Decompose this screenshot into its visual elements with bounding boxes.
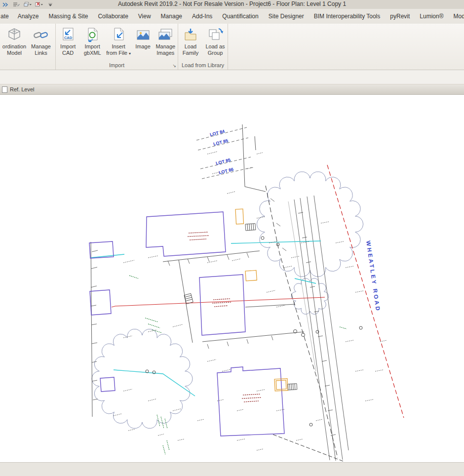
status-bar (0, 462, 464, 476)
panel-load-library-label: Load from Library (178, 61, 228, 70)
window-title: Autodesk Revit 2019.2 - Not For Resale V… (0, 0, 464, 7)
panel-import-label: Import ↘ (56, 61, 178, 70)
title-bar: Autodesk Revit 2019.2 - Not For Resale V… (0, 0, 464, 9)
manage-links-button[interactable]: Manage Links (28, 26, 54, 57)
manage-links-icon (33, 27, 49, 43)
survey-lines (91, 124, 304, 417)
load-as-group-icon (207, 27, 224, 43)
tab-view[interactable]: View (133, 9, 156, 24)
options-bar (0, 70, 464, 84)
view-tab-label: Ref. Level (10, 86, 35, 92)
stair-hatch-blocks (184, 224, 297, 390)
manage-images-button[interactable]: Manage Images (154, 26, 178, 57)
tab-analyze[interactable]: Analyze (13, 9, 44, 24)
utility-cyan-lines (90, 241, 321, 396)
lot-85b-label: LOT 85 (215, 158, 231, 166)
import-cad-button[interactable]: CAD Import CAD (56, 26, 80, 57)
import-gbxml-icon (84, 27, 101, 43)
panel-link-label (0, 61, 55, 70)
close-hidden-windows-icon[interactable] (35, 1, 43, 8)
image-icon (135, 27, 152, 43)
manage-images-icon (157, 27, 174, 43)
tab-bim-interoperability[interactable]: BIM Interoperability Tools (309, 9, 386, 24)
import-cad-icon: CAD (60, 27, 77, 43)
insert-from-file-button[interactable]: Insert from File ▾ (105, 26, 133, 57)
tab-quantification[interactable]: Quantification (217, 9, 263, 24)
building-footprints (89, 212, 284, 436)
panel-load-library: Load Family Load as Group Load from Libr… (178, 24, 228, 70)
load-family-icon (182, 27, 199, 43)
panel-link: ordination Model Manage Links (0, 24, 56, 70)
image-button[interactable]: Image (132, 26, 153, 50)
svg-text:CAD: CAD (64, 36, 73, 40)
site-plan-svg: LOT 84 LOT 85 LOT 85 LOT 86 WHEATLEY ROA… (0, 95, 464, 462)
revit-window: Autodesk Revit 2019.2 - Not For Resale V… (0, 0, 464, 476)
coordination-model-button[interactable]: ordination Model (1, 26, 28, 57)
insert-from-file-caret-icon[interactable]: ▾ (129, 51, 131, 56)
import-dialog-launcher-icon[interactable]: ↘ (172, 62, 176, 70)
tree-canopy-outlines (92, 172, 363, 429)
lot-86-label: LOT 86 (218, 167, 234, 175)
import-gbxml-button[interactable]: Import gbXML (80, 26, 104, 57)
wheatley-road-label: WHEATLEY ROAD (365, 240, 381, 313)
double-chevron-icon[interactable] (1, 1, 9, 8)
ribbon-panel-area: ordination Model Manage Links CAD (0, 24, 464, 70)
tab-collaborate[interactable]: Collaborate (93, 9, 133, 24)
panel-spacer (228, 24, 464, 70)
tab-modify[interactable]: Mod (449, 9, 464, 24)
green-note-marks (129, 276, 347, 454)
tab-lumion[interactable]: Lumion® (415, 9, 448, 24)
panel-import: CAD Import CAD Import gbXML Inser (56, 24, 178, 70)
load-as-group-button[interactable]: Load as Group (203, 26, 228, 57)
tab-pyrevit[interactable]: pyRevit (385, 9, 415, 24)
tab-site-designer[interactable]: Site Designer (264, 9, 309, 24)
lot-labels: LOT 84 LOT 85 LOT 85 LOT 86 (209, 129, 234, 175)
dropdown-caret-icon[interactable] (46, 1, 54, 8)
ribbon-tab-row: ate Analyze Massing & Site Collaborate V… (0, 9, 464, 24)
red-centerlines (112, 165, 404, 418)
tab-create[interactable]: ate (0, 9, 13, 24)
tab-manage[interactable]: Manage (156, 9, 187, 24)
load-family-button[interactable]: Load Family (178, 26, 203, 57)
view-sheet-icon (2, 86, 7, 93)
insert-from-file-icon (110, 27, 127, 43)
tab-massing-site[interactable]: Massing & Site (43, 9, 93, 24)
view-tab-ref-level[interactable]: Ref. Level (0, 84, 464, 95)
small-annotation-marks (114, 152, 387, 450)
window-cascade-icon[interactable] (24, 1, 32, 8)
drawing-canvas[interactable]: LOT 84 LOT 85 LOT 85 LOT 86 WHEATLEY ROA… (0, 95, 464, 462)
tab-addins[interactable]: Add-Ins (187, 9, 217, 24)
road-edge-lines (288, 196, 348, 461)
quick-access-toolbar (0, 0, 54, 9)
edit-list-icon[interactable] (12, 1, 20, 8)
lot-84-label: LOT 84 (209, 129, 225, 137)
lot-85-label: LOT 85 (213, 138, 229, 147)
coordination-model-icon (6, 27, 23, 43)
